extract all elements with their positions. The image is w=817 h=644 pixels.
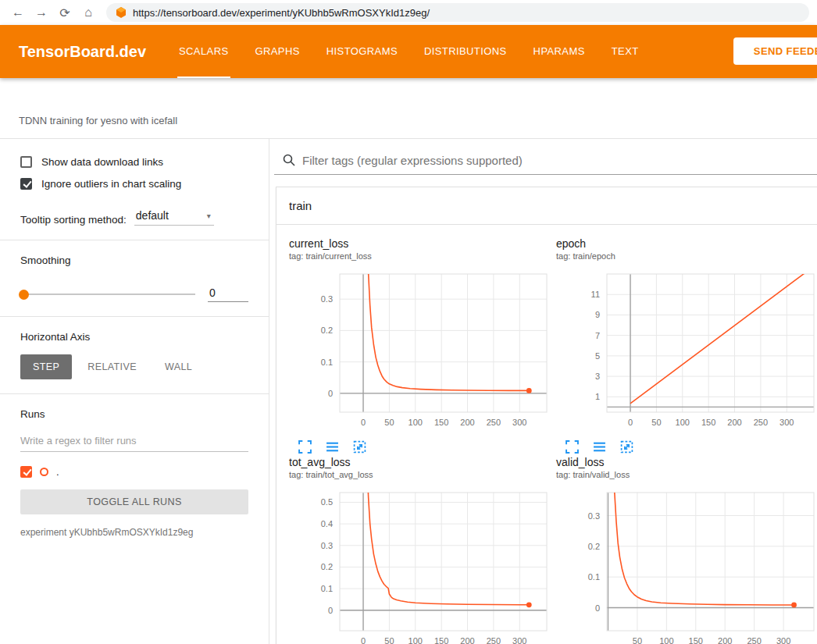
back-icon[interactable]: ← <box>8 5 28 20</box>
svg-text:200: 200 <box>727 418 741 427</box>
app-logo[interactable]: TensorBoard.dev <box>19 43 146 61</box>
show-download-checkbox[interactable] <box>20 156 32 168</box>
svg-text:11: 11 <box>591 290 600 299</box>
svg-text:100: 100 <box>676 418 690 427</box>
axis-button-wall[interactable]: WALL <box>152 354 205 379</box>
svg-text:50: 50 <box>384 636 394 644</box>
expand-chart-icon[interactable] <box>298 440 312 454</box>
chart-data-icon[interactable] <box>593 440 607 454</box>
tab-hparams[interactable]: HPARAMS <box>532 25 587 78</box>
svg-text:100: 100 <box>408 418 423 427</box>
nav-tabs: SCALARSGRAPHSHISTOGRAMSDISTRIBUTIONSHPAR… <box>177 25 640 78</box>
chart-toolbar <box>289 440 556 454</box>
divider <box>0 316 269 317</box>
divider <box>0 240 269 240</box>
chart-data-icon[interactable] <box>326 440 340 454</box>
svg-text:50: 50 <box>384 418 394 427</box>
tab-histograms[interactable]: HISTOGRAMS <box>325 25 399 78</box>
chart-plot-current_loss[interactable]: 05010015020025030000.10.20.3 <box>289 268 552 433</box>
fit-domain-icon[interactable] <box>620 440 634 454</box>
expand-chart-icon[interactable] <box>565 440 580 454</box>
smoothing-slider[interactable] <box>20 294 195 295</box>
divider <box>0 393 269 394</box>
tab-text[interactable]: TEXT <box>610 25 640 78</box>
smoothing-slider-thumb[interactable] <box>19 290 29 300</box>
svg-text:250: 250 <box>754 418 768 427</box>
svg-text:0.3: 0.3 <box>321 541 333 550</box>
smoothing-label: Smoothing <box>20 254 248 266</box>
charts-grid: current_losstag: train/current_loss05010… <box>276 225 817 644</box>
chevron-down-icon: ▾ <box>207 212 211 220</box>
chart-tag: tag: train/tot_avg_loss <box>289 470 556 479</box>
svg-text:0.1: 0.1 <box>321 358 333 367</box>
send-feedback-button[interactable]: SEND FEEDBACK <box>733 37 817 65</box>
ignore-outliers-label: Ignore outliers in chart scaling <box>41 178 181 190</box>
svg-text:7: 7 <box>595 331 600 340</box>
chart-card-current_loss: current_losstag: train/current_loss05010… <box>289 237 556 454</box>
tag-filter-input[interactable] <box>302 154 817 167</box>
address-bar[interactable]: https://tensorboard.dev/experiment/yKUbh… <box>106 3 809 22</box>
settings-sidebar: Show data download links Ignore outliers… <box>0 139 269 644</box>
chart-plot-valid_loss[interactable]: 5010015020025030000.10.20.3 <box>556 486 817 644</box>
run-checkbox[interactable] <box>20 466 32 478</box>
svg-text:250: 250 <box>747 636 761 644</box>
forward-icon[interactable]: → <box>31 5 52 20</box>
svg-text:150: 150 <box>434 418 448 427</box>
svg-text:0.4: 0.4 <box>321 519 333 528</box>
svg-text:250: 250 <box>487 636 501 644</box>
chart-tag: tag: train/epoch <box>556 251 817 261</box>
home-icon[interactable]: ⌂ <box>78 5 98 20</box>
svg-text:100: 100 <box>659 636 673 644</box>
chart-card-valid_loss: valid_losstag: train/valid_loss501001502… <box>556 456 817 644</box>
svg-text:50: 50 <box>633 636 642 644</box>
chart-card-tot_avg_loss: tot_avg_losstag: train/tot_avg_loss05010… <box>289 456 556 644</box>
site-favicon <box>116 7 127 18</box>
runs-filter-input[interactable] <box>20 432 248 452</box>
main-panel: train current_losstag: train/current_los… <box>269 139 817 644</box>
svg-text:150: 150 <box>434 636 448 644</box>
tab-scalars[interactable]: SCALARS <box>177 25 230 78</box>
chart-card-epoch: epochtag: train/epoch0501001502002503001… <box>556 237 817 454</box>
tag-group-header[interactable]: train <box>276 187 817 225</box>
svg-text:0: 0 <box>361 418 366 427</box>
chart-title: current_loss <box>289 237 556 250</box>
svg-text:250: 250 <box>487 418 501 427</box>
svg-text:300: 300 <box>776 636 790 644</box>
show-download-label: Show data download links <box>41 156 163 168</box>
svg-text:5: 5 <box>595 351 600 361</box>
fit-domain-icon[interactable] <box>353 440 367 454</box>
svg-text:100: 100 <box>408 636 423 644</box>
chart-title: epoch <box>556 237 817 250</box>
axis-button-step[interactable]: STEP <box>20 354 72 379</box>
run-color-swatch <box>40 468 48 476</box>
svg-text:0: 0 <box>628 418 633 427</box>
svg-text:0.2: 0.2 <box>321 562 333 571</box>
horizontal-axis-buttons: STEPRELATIVEWALL <box>20 354 248 379</box>
tooltip-sorting-value: default <box>136 209 169 222</box>
chart-title: tot_avg_loss <box>289 456 556 468</box>
axis-button-relative[interactable]: RELATIVE <box>75 354 149 379</box>
chart-tag: tag: train/current_loss <box>289 251 556 261</box>
experiment-title-row: TDNN training for yesno with icefall <box>0 78 817 139</box>
svg-text:0.2: 0.2 <box>321 326 333 335</box>
svg-text:0: 0 <box>361 636 366 644</box>
url-text: https://tensorboard.dev/experiment/yKUbh… <box>133 7 430 19</box>
tooltip-sorting-select[interactable]: default ▾ <box>134 208 214 226</box>
horizontal-axis-label: Horizontal Axis <box>20 331 248 343</box>
svg-text:150: 150 <box>689 636 703 644</box>
chart-plot-tot_avg_loss[interactable]: 05010015020025030000.10.20.30.40.5 <box>289 486 552 644</box>
ignore-outliers-checkbox[interactable] <box>20 178 32 190</box>
tab-graphs[interactable]: GRAPHS <box>254 25 301 78</box>
chart-tag: tag: train/valid_loss <box>556 470 817 479</box>
run-name: . <box>56 466 59 478</box>
svg-text:0: 0 <box>595 603 600 613</box>
tab-distributions[interactable]: DISTRIBUTIONS <box>423 25 508 78</box>
smoothing-value[interactable]: 0 <box>208 286 248 302</box>
toggle-all-runs-button[interactable]: TOGGLE ALL RUNS <box>20 489 248 514</box>
svg-text:3: 3 <box>595 372 600 381</box>
chart-plot-epoch[interactable]: 0501001502002503001357911 <box>556 268 817 433</box>
tooltip-sorting-label: Tooltip sorting method: <box>20 214 127 226</box>
svg-text:300: 300 <box>512 418 526 427</box>
experiment-id-text: experiment yKUbhb5wRmOSXYkId1z9eg <box>20 527 248 538</box>
reload-icon[interactable]: ⟳ <box>55 5 75 20</box>
